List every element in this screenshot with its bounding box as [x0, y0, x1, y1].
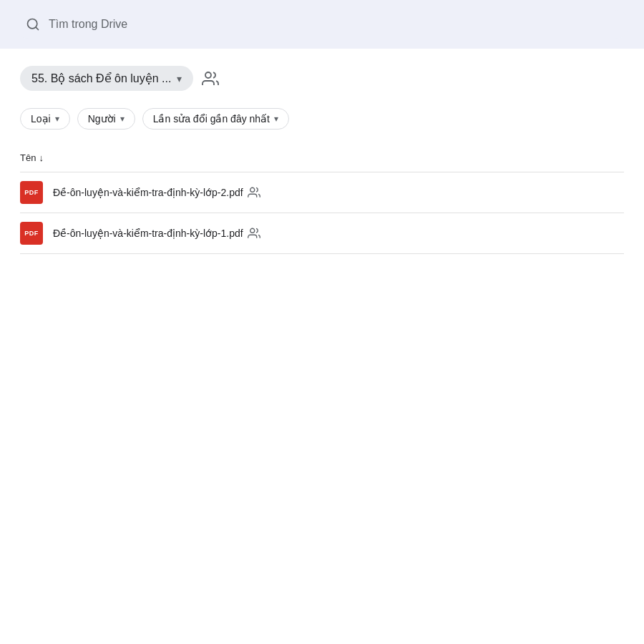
file-name: Đề-ôn-luyện-và-kiểm-tra-định-kỳ-lớp-1.pd…	[53, 228, 243, 239]
list-item[interactable]: PDF Đề-ôn-luyện-và-kiểm-tra-định-kỳ-lớp-…	[20, 213, 624, 254]
people-icon[interactable]	[202, 70, 219, 87]
col-name-header[interactable]: Tên ↓	[20, 150, 44, 166]
search-bar[interactable]: Tìm trong Drive	[14, 10, 630, 39]
search-bar-area: Tìm trong Drive	[0, 0, 644, 49]
pdf-icon: PDF	[20, 222, 43, 245]
col-name-label: Tên	[20, 152, 36, 163]
folder-title-button[interactable]: 55. Bộ sách Để ôn luyện ... ▾	[20, 66, 193, 91]
svg-point-3	[250, 187, 254, 192]
sort-arrow-icon: ↓	[39, 152, 44, 163]
filter-lan-sua-doi-label: Lần sửa đổi gần đây nhất	[153, 113, 270, 125]
filter-loai-label: Loại	[31, 113, 51, 125]
filter-nguoi-label: Người	[88, 113, 116, 125]
pdf-icon: PDF	[20, 181, 43, 204]
file-name: Đề-ôn-luyện-và-kiểm-tra-định-kỳ-lớp-2.pd…	[53, 187, 243, 198]
svg-point-2	[205, 72, 211, 78]
svg-point-4	[250, 228, 254, 233]
list-item[interactable]: PDF Đề-ôn-luyện-và-kiểm-tra-định-kỳ-lớp-…	[20, 172, 624, 213]
svg-line-1	[36, 27, 39, 30]
search-icon	[26, 17, 40, 31]
filter-loai-button[interactable]: Loại ▾	[20, 108, 70, 130]
file-name-row: Đề-ôn-luyện-và-kiểm-tra-định-kỳ-lớp-1.pd…	[53, 227, 260, 240]
filter-row: Loại ▾ Người ▾ Lần sửa đổi gần đây nhất …	[20, 108, 624, 130]
main-content: 55. Bộ sách Để ôn luyện ... ▾ Loại ▾ Ngư…	[0, 49, 644, 271]
folder-title-row: 55. Bộ sách Để ôn luyện ... ▾	[20, 66, 624, 91]
filter-nguoi-button[interactable]: Người ▾	[77, 108, 135, 130]
folder-title-text: 55. Bộ sách Để ôn luyện ...	[31, 72, 171, 85]
filter-lan-sua-doi-button[interactable]: Lần sửa đổi gần đây nhất ▾	[142, 108, 289, 130]
file-name-row: Đề-ôn-luyện-và-kiểm-tra-định-kỳ-lớp-2.pd…	[53, 186, 260, 199]
shared-icon	[248, 186, 260, 199]
table-header: Tên ↓	[20, 144, 624, 172]
shared-icon	[248, 227, 260, 240]
chevron-down-icon: ▾	[177, 73, 182, 84]
search-placeholder: Tìm trong Drive	[49, 18, 127, 31]
chevron-down-icon: ▾	[120, 114, 125, 124]
chevron-down-icon: ▾	[55, 114, 59, 124]
chevron-down-icon: ▾	[274, 114, 278, 124]
